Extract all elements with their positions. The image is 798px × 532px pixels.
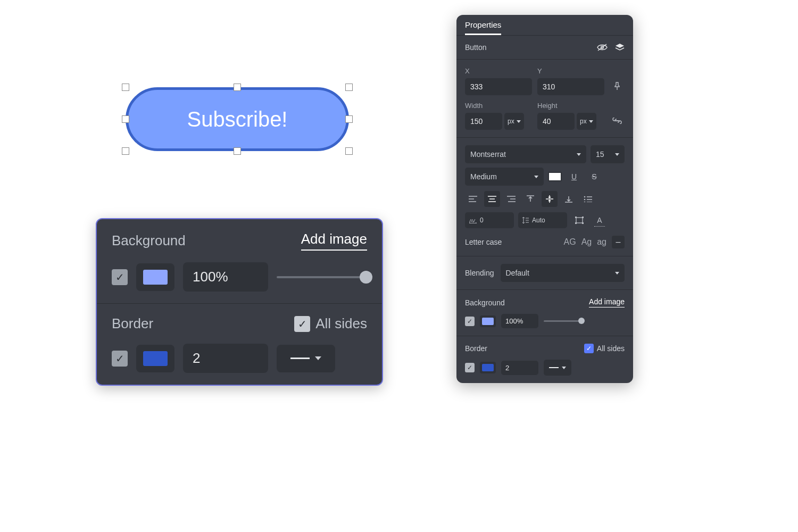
svg-rect-29 [582,222,584,224]
chevron-down-icon [315,356,321,360]
border-style-select[interactable] [544,360,571,376]
background-opacity-slider[interactable] [544,320,582,322]
svg-point-19 [584,202,586,202]
width-unit-select[interactable]: px [504,113,524,130]
svg-point-15 [584,196,586,198]
chevron-down-icon [562,367,566,369]
typography-section: Montserrat 15 Medium U S [456,138,633,256]
svg-rect-25 [576,218,583,223]
blending-select[interactable]: Default [501,264,625,282]
border-color-swatch[interactable] [136,345,174,372]
text-color-underline-button[interactable]: A [592,212,608,228]
selected-element-bounding-box[interactable]: Subscribe! [126,87,349,151]
x-input[interactable]: 333 [465,78,532,95]
chevron-down-icon [615,153,619,156]
border-enabled-checkbox[interactable]: ✓ [465,363,475,372]
all-sides-label: All sides [315,315,367,332]
case-lowercase-button[interactable]: ag [597,237,606,247]
subscribe-button[interactable]: Subscribe! [126,87,349,151]
add-image-link[interactable]: Add image [589,297,625,307]
y-input[interactable]: 310 [537,78,604,95]
letter-spacing-input[interactable]: AV 0 [465,212,514,228]
letter-case-label: Letter case [465,238,502,246]
background-opacity-input[interactable]: 100% [183,262,268,292]
svg-point-17 [584,199,586,201]
properties-panel: Properties Button X 333 Y 310 [456,15,633,383]
detail-border-section: Border ✓ All sides ✓ 2 [97,303,382,385]
case-titlecase-button[interactable]: Ag [581,237,592,247]
border-enabled-checkbox[interactable]: ✓ [112,351,128,367]
valign-middle-button[interactable] [542,191,558,207]
resize-handle-bottom-right[interactable] [345,147,353,155]
font-size-select[interactable]: 15 [591,145,625,163]
position-size-section: X 333 Y 310 Width 150 px Height [456,60,633,138]
svg-marker-2 [616,44,624,48]
background-opacity-input[interactable]: 100% [501,314,538,328]
resize-handle-middle-left[interactable] [122,115,129,123]
border-all-sides-checkbox[interactable]: ✓ [584,344,594,353]
svg-rect-28 [575,222,577,224]
background-opacity-slider[interactable] [277,276,367,278]
blending-label: Blending [465,269,494,277]
height-input[interactable]: 40 [537,113,575,130]
resize-handle-middle-right[interactable] [345,115,353,123]
align-right-button[interactable] [503,191,519,207]
background-enabled-checkbox[interactable]: ✓ [112,269,128,285]
valign-top-button[interactable] [522,191,538,207]
detail-background-section: Background Add image ✓ 100% [97,219,382,303]
case-uppercase-button[interactable]: AG [564,237,576,247]
y-label: Y [537,67,604,75]
chevron-down-icon [517,120,521,123]
border-width-input[interactable]: 2 [501,361,538,375]
width-input[interactable]: 150 [465,113,502,130]
underline-button[interactable]: U [566,169,582,185]
height-label: Height [537,102,604,110]
background-color-swatch[interactable] [136,263,174,291]
solid-line-icon [290,358,310,359]
background-title: Background [465,298,505,307]
blending-section: Blending Default [456,256,633,290]
font-family-select[interactable]: Montserrat [465,145,586,163]
resize-handle-bottom-left[interactable] [122,147,129,155]
text-color-swatch[interactable] [548,172,562,181]
border-width-input[interactable]: 2 [183,344,268,373]
background-color-swatch[interactable] [480,315,496,327]
border-style-select[interactable] [277,345,335,372]
background-title: Background [112,232,186,249]
all-sides-label: All sides [597,344,625,353]
resize-handle-bottom-middle[interactable] [234,147,241,155]
chevron-down-icon [534,176,538,178]
text-box-resize-button[interactable] [571,212,587,228]
strikethrough-button[interactable]: S [586,169,602,185]
background-enabled-checkbox[interactable]: ✓ [465,317,475,326]
x-label: X [465,67,532,75]
add-image-link[interactable]: Add image [301,231,367,251]
link-dimensions-button[interactable] [610,112,625,130]
pin-position-button[interactable] [610,77,625,95]
svg-rect-26 [575,217,577,218]
line-height-input[interactable]: Auto [518,212,567,228]
line-height-icon [522,217,529,224]
tab-properties[interactable]: Properties [465,20,501,35]
border-title: Border [112,315,153,332]
font-weight-select[interactable]: Medium [465,168,544,186]
width-label: Width [465,102,532,110]
svg-rect-27 [582,217,584,218]
border-color-swatch[interactable] [480,362,496,373]
resize-handle-top-right[interactable] [345,84,353,91]
align-left-button[interactable] [465,191,481,207]
list-button[interactable] [580,191,596,207]
align-center-button[interactable] [484,191,500,207]
background-section: Background Add image ✓ 100% [456,290,633,336]
valign-bottom-button[interactable] [561,191,577,207]
case-none-button[interactable]: – [612,236,625,248]
layers-icon[interactable] [615,43,625,52]
chevron-down-icon [589,120,593,123]
border-all-sides-checkbox[interactable]: ✓ [294,316,310,332]
border-title: Border [465,344,487,353]
detail-panel: Background Add image ✓ 100% Border ✓ All… [96,218,383,386]
resize-handle-top-middle[interactable] [234,84,241,91]
height-unit-select[interactable]: px [577,113,596,130]
resize-handle-top-left[interactable] [122,84,129,91]
visibility-icon[interactable] [597,43,608,52]
